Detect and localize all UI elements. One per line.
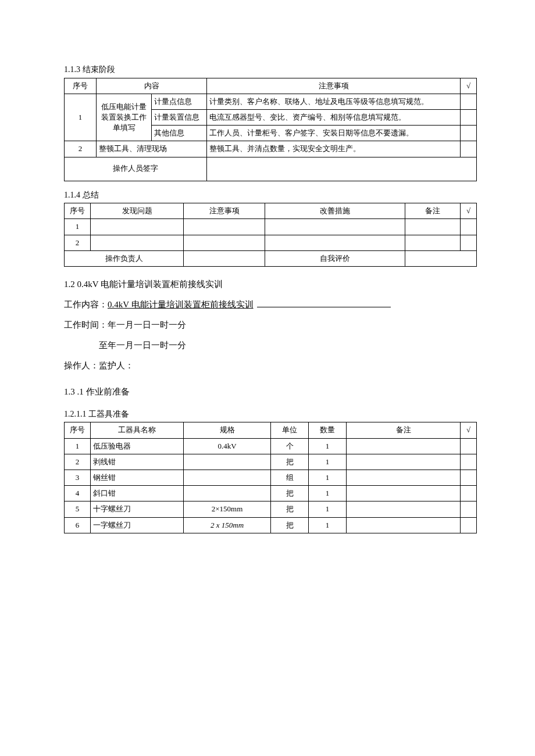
cell-name: 斜口钳 [91, 486, 184, 501]
cell-unit: 个 [271, 438, 309, 454]
table-row: 5十字螺丝刀2×150mm把1 [65, 501, 477, 517]
cell-footer-right: 自我评价 [265, 250, 405, 266]
cell-tick [461, 438, 477, 454]
underline-blank [257, 299, 391, 307]
cell-spec [184, 486, 271, 501]
cell [461, 219, 477, 235]
sect-13-title: 1.3 .1 作业前准备 [64, 386, 477, 398]
cell-no: 1 [65, 94, 97, 141]
cell-name: 低压验电器 [91, 438, 184, 454]
table-row: 2 整顿工具、清理现场 整顿工具、并清点数量，实现安全文明生产。 [65, 141, 477, 157]
table-row: 4斜口钳把1 [65, 486, 477, 501]
cell-remark [347, 470, 461, 486]
cell-no: 5 [65, 501, 91, 517]
cell-remark [347, 517, 461, 533]
cell-no: 6 [65, 517, 91, 533]
cell-qty: 1 [309, 438, 347, 454]
cell-remark [347, 454, 461, 470]
cell-remark [347, 486, 461, 501]
cell-no: 4 [65, 486, 91, 501]
sect-114-title: 1.1.4 总结 [64, 189, 477, 201]
cell-sub1note: 计量类别、客户名称、联络人、地址及电压等级等信息填写规范。 [207, 94, 461, 109]
th-spec: 规格 [184, 422, 271, 438]
cell [91, 219, 184, 235]
cell-sub2: 计量装置信息 [152, 109, 207, 125]
cell [405, 250, 477, 266]
cell [265, 235, 405, 250]
cell-tick [461, 141, 477, 157]
th-unit: 单位 [271, 422, 309, 438]
table-row: 序号 内容 注意事项 √ [65, 78, 477, 94]
th-tick: √ [461, 203, 477, 219]
cell-no: 3 [65, 470, 91, 486]
th-problem: 发现问题 [91, 203, 184, 219]
work-time-line-1: 工作时间：年一月一日一时一分 [64, 319, 477, 331]
cell-unit: 把 [271, 454, 309, 470]
table-row: 操作人员签字 [65, 157, 477, 181]
cell [91, 235, 184, 250]
cell-footer-left: 操作负责人 [65, 250, 184, 266]
cell [184, 235, 265, 250]
th-no: 序号 [65, 78, 97, 94]
th-no: 序号 [65, 422, 91, 438]
cell-no: 2 [65, 235, 91, 250]
table-row: 2剥线钳把1 [65, 454, 477, 470]
table-row: 序号 发现问题 注意事项 改善措施 备注 √ [65, 203, 477, 219]
table-row: 操作负责人 自我评价 [65, 250, 477, 266]
page: 1.1.3 结束阶段 序号 内容 注意事项 √ 1 低压电能计量装置装换工作单填… [0, 0, 535, 756]
work-content-line: 工作内容：0.4kV 电能计量培训装置柜前接线实训 [64, 299, 477, 311]
cell-tick [461, 454, 477, 470]
cell-sign-value [207, 157, 477, 181]
th-improve: 改善措施 [265, 203, 405, 219]
th-tick: √ [461, 78, 477, 94]
cell-note: 整顿工具、并清点数量，实现安全文明生产。 [207, 141, 461, 157]
table-row: 1 低压电能计量装置装换工作单填写 计量点信息 计量类别、客户名称、联络人、地址… [65, 94, 477, 109]
cell-no: 1 [65, 438, 91, 454]
cell-spec [184, 470, 271, 486]
cell-sub1: 计量点信息 [152, 94, 207, 109]
th-qty: 数量 [309, 422, 347, 438]
cell-qty: 1 [309, 470, 347, 486]
cell-tick [461, 501, 477, 517]
cell-name: 十字螺丝刀 [91, 501, 184, 517]
cell [265, 219, 405, 235]
cell-tick [461, 126, 477, 141]
cell-sub2note: 电流互感器型号、变比、资产编号、相别等信息填写规范。 [207, 109, 461, 125]
cell-name: 钢丝钳 [91, 470, 184, 486]
sect-1211-title: 1.2.1.1 工器具准备 [64, 409, 477, 420]
cell-name: 剥线钳 [91, 454, 184, 470]
cell-qty: 1 [309, 517, 347, 533]
cell-unit: 把 [271, 486, 309, 501]
th-remark: 备注 [405, 203, 461, 219]
th-no: 序号 [65, 203, 91, 219]
cell-tick [461, 109, 477, 125]
cell-qty: 1 [309, 454, 347, 470]
cell-content: 整顿工具、清理现场 [97, 141, 207, 157]
table-row: 1 [65, 219, 477, 235]
sect-12-title: 1.2 0.4kV 电能计量培训装置柜前接线实训 [64, 278, 477, 291]
cell-spec: 2×150mm [184, 501, 271, 517]
cell [184, 250, 265, 266]
cell-left: 低压电能计量装置装换工作单填写 [97, 94, 152, 141]
table-row: 1低压验电器0.4kV个1 [65, 438, 477, 454]
table-row: 2 [65, 235, 477, 250]
cell-qty: 1 [309, 486, 347, 501]
work-time-line-2: 至年一月一日一时一分 [64, 339, 477, 352]
cell [461, 235, 477, 250]
sect-113-title: 1.1.3 结束阶段 [64, 64, 477, 76]
table-row: 6一字螺丝刀2 x 150mm把1 [65, 517, 477, 533]
table-113: 序号 内容 注意事项 √ 1 低压电能计量装置装换工作单填写 计量点信息 计量类… [64, 78, 477, 181]
cell-qty: 1 [309, 501, 347, 517]
th-remark: 备注 [347, 422, 461, 438]
cell-tick [461, 486, 477, 501]
cell [184, 219, 265, 235]
cell-tick [461, 517, 477, 533]
th-tick: √ [461, 422, 477, 438]
work-value: 0.4kV 电能计量培训装置柜前接线实训 [108, 300, 254, 309]
cell-remark [347, 438, 461, 454]
th-name: 工器具名称 [91, 422, 184, 438]
cell-unit: 把 [271, 501, 309, 517]
cell-sign-label: 操作人员签字 [65, 157, 207, 181]
cell-no: 1 [65, 219, 91, 235]
cell [405, 235, 461, 250]
